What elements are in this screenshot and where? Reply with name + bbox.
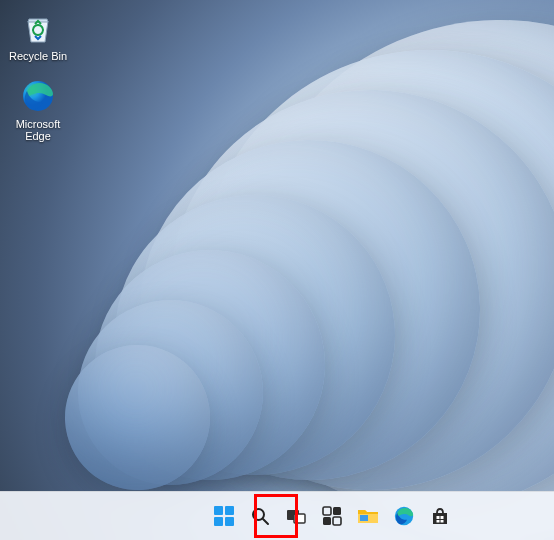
- svg-line-6: [263, 519, 268, 524]
- recycle-bin-icon: [18, 8, 58, 48]
- svg-rect-17: [437, 520, 440, 523]
- taskbar-task-view-button[interactable]: [280, 500, 312, 532]
- svg-rect-2: [225, 506, 234, 515]
- svg-rect-4: [225, 517, 234, 526]
- taskbar-file-explorer-button[interactable]: [352, 500, 384, 532]
- edge-icon: [18, 76, 58, 116]
- taskbar-search-button[interactable]: [244, 500, 276, 532]
- taskbar-start-button[interactable]: [208, 500, 240, 532]
- file-explorer-icon: [357, 506, 379, 526]
- desktop-icon-microsoft-edge[interactable]: Microsoft Edge: [4, 72, 72, 146]
- store-icon: [430, 506, 450, 526]
- start-icon: [213, 505, 235, 527]
- svg-rect-10: [333, 507, 341, 515]
- task-view-icon: [286, 506, 306, 526]
- svg-rect-18: [441, 520, 444, 523]
- desktop-icons: Recycle Bin Mi: [4, 4, 72, 146]
- taskbar-widgets-button[interactable]: [316, 500, 348, 532]
- svg-rect-13: [360, 515, 368, 521]
- desktop-icon-recycle-bin[interactable]: Recycle Bin: [4, 4, 72, 66]
- taskbar: [0, 491, 554, 540]
- taskbar-edge-button[interactable]: [388, 500, 420, 532]
- svg-rect-12: [333, 517, 341, 525]
- svg-rect-9: [323, 507, 331, 515]
- svg-rect-1: [214, 506, 223, 515]
- svg-rect-8: [294, 514, 305, 523]
- desktop[interactable]: Recycle Bin Mi: [0, 0, 554, 540]
- wallpaper: [0, 0, 554, 540]
- svg-rect-16: [441, 516, 444, 519]
- edge-icon: [393, 505, 415, 527]
- desktop-icon-label: Microsoft Edge: [6, 118, 70, 142]
- svg-rect-11: [323, 517, 331, 525]
- svg-rect-3: [214, 517, 223, 526]
- taskbar-store-button[interactable]: [424, 500, 456, 532]
- widgets-icon: [322, 506, 342, 526]
- search-icon: [250, 506, 270, 526]
- desktop-icon-label: Recycle Bin: [6, 50, 70, 62]
- svg-rect-15: [437, 516, 440, 519]
